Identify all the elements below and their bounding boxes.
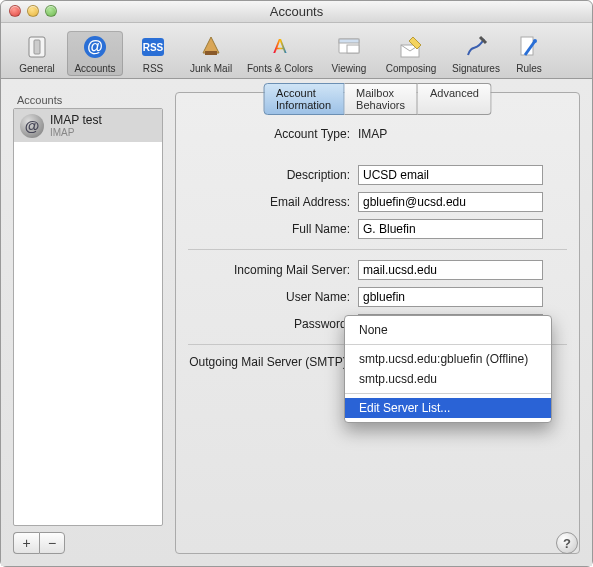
smtp-edit-server-list[interactable]: Edit Server List...: [345, 398, 551, 418]
toolbar-label: Junk Mail: [183, 63, 239, 74]
svg-text:A: A: [273, 35, 287, 57]
smtp-option-offline[interactable]: smtp.ucsd.edu:gbluefin (Offline): [345, 349, 551, 369]
titlebar: Accounts: [1, 1, 592, 23]
label-account-type: Account Type:: [188, 127, 358, 141]
toolbar-signatures[interactable]: Signatures: [445, 31, 507, 76]
junk-icon: [183, 31, 239, 63]
label-description: Description:: [188, 168, 358, 182]
incoming-server-field[interactable]: [358, 260, 543, 280]
at-icon: @: [20, 114, 44, 138]
rss-icon: RSS: [125, 31, 181, 63]
toolbar-junk[interactable]: Junk Mail: [183, 31, 239, 76]
row-description: Description:: [188, 165, 567, 185]
toolbar-label: RSS: [125, 63, 181, 74]
label-smtp: Outgoing Mail Server (SMTP):: [188, 355, 358, 369]
toolbar-label: Viewing: [321, 63, 377, 74]
fonts-icon: A: [241, 31, 319, 63]
account-name: IMAP test: [50, 113, 102, 127]
label-incoming: Incoming Mail Server:: [188, 263, 358, 277]
toolbar-label: Signatures: [445, 63, 507, 74]
minimize-button[interactable]: [27, 5, 39, 17]
sidebar-wrap: Accounts @ IMAP test IMAP + −: [13, 92, 163, 554]
tab-advanced[interactable]: Advanced: [418, 83, 492, 115]
add-account-button[interactable]: +: [13, 532, 39, 554]
toolbar: General @ Accounts RSS RSS Junk Mail A F…: [1, 23, 592, 79]
toolbar-label: Fonts & Colors: [241, 63, 319, 74]
tab-mailbox-behaviors[interactable]: Mailbox Behaviors: [344, 83, 418, 115]
svg-text:RSS: RSS: [143, 42, 164, 53]
svg-rect-1: [34, 40, 40, 54]
rules-icon: [509, 31, 549, 63]
window-controls: [9, 5, 57, 17]
label-fullname: Full Name:: [188, 222, 358, 236]
zoom-button[interactable]: [45, 5, 57, 17]
tab-account-information[interactable]: Account Information: [263, 83, 344, 115]
account-text: IMAP test IMAP: [50, 113, 102, 138]
switch-icon: [9, 31, 65, 63]
row-fullname: Full Name:: [188, 219, 567, 239]
sidebar-header: Accounts: [13, 92, 163, 108]
toolbar-label: Accounts: [67, 63, 123, 74]
toolbar-label: General: [9, 63, 65, 74]
label-user: User Name:: [188, 290, 358, 304]
row-account-type: Account Type: IMAP: [188, 127, 567, 141]
toolbar-composing[interactable]: Composing: [379, 31, 443, 76]
account-row[interactable]: @ IMAP test IMAP: [14, 109, 162, 142]
svg-point-13: [533, 39, 537, 43]
svg-text:@: @: [87, 38, 103, 55]
toolbar-general[interactable]: General: [9, 31, 65, 76]
username-field[interactable]: [358, 287, 543, 307]
toolbar-label: Rules: [509, 63, 549, 74]
row-user: User Name:: [188, 287, 567, 307]
viewing-icon: [321, 31, 377, 63]
smtp-option-server[interactable]: smtp.ucsd.edu: [345, 369, 551, 389]
accounts-window: Accounts General @ Accounts RSS RSS Junk…: [0, 0, 593, 567]
toolbar-rss[interactable]: RSS RSS: [125, 31, 181, 76]
value-account-type: IMAP: [358, 127, 567, 141]
account-type: IMAP: [50, 127, 102, 138]
toolbar-accounts[interactable]: @ Accounts: [67, 31, 123, 76]
accounts-list[interactable]: @ IMAP test IMAP: [13, 108, 163, 526]
smtp-popup-menu: None smtp.ucsd.edu:gbluefin (Offline) sm…: [344, 315, 552, 423]
tab-bar: Account Information Mailbox Behaviors Ad…: [263, 83, 492, 115]
label-email: Email Address:: [188, 195, 358, 209]
row-incoming: Incoming Mail Server:: [188, 260, 567, 280]
toolbar-fonts[interactable]: A Fonts & Colors: [241, 31, 319, 76]
at-icon: @: [67, 31, 123, 63]
remove-account-button[interactable]: −: [39, 532, 65, 554]
close-button[interactable]: [9, 5, 21, 17]
toolbar-rules[interactable]: Rules: [509, 31, 549, 76]
email-field[interactable]: [358, 192, 543, 212]
svg-rect-9: [339, 39, 359, 43]
toolbar-label: Composing: [379, 63, 443, 74]
menu-separator: [345, 344, 551, 345]
help-button[interactable]: ?: [556, 532, 578, 554]
svg-rect-10: [347, 45, 359, 53]
smtp-option-none[interactable]: None: [345, 320, 551, 340]
window-title: Accounts: [1, 1, 592, 23]
body: Accounts @ IMAP test IMAP + − Account In…: [1, 80, 592, 566]
toolbar-viewing[interactable]: Viewing: [321, 31, 377, 76]
svg-rect-6: [205, 51, 217, 55]
signature-icon: [445, 31, 507, 63]
compose-icon: [379, 31, 443, 63]
description-field[interactable]: [358, 165, 543, 185]
divider: [188, 249, 567, 250]
main-pane: Account Information Mailbox Behaviors Ad…: [175, 92, 580, 554]
menu-separator: [345, 393, 551, 394]
label-password: Password:: [188, 317, 358, 331]
add-remove-controls: + −: [13, 532, 163, 554]
row-email: Email Address:: [188, 192, 567, 212]
fullname-field[interactable]: [358, 219, 543, 239]
